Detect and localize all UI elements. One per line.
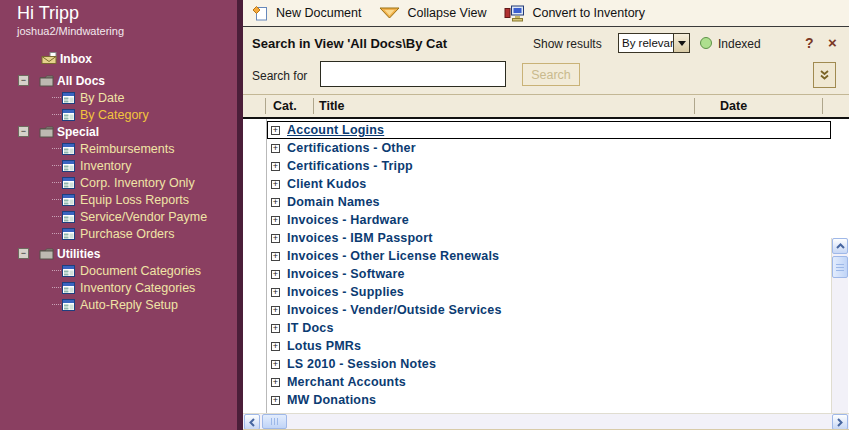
category-title: MW Donations: [287, 393, 376, 407]
expand-icon[interactable]: +: [271, 342, 280, 351]
expand-icon[interactable]: +: [271, 378, 280, 387]
scroll-left-button[interactable]: [244, 414, 260, 430]
toolbar-button-label: Convert to Inventory: [532, 6, 645, 20]
category-row[interactable]: + Merchant Accounts: [267, 373, 831, 391]
folder-icon: [39, 75, 55, 87]
new-document-icon: [252, 5, 269, 22]
expand-icon[interactable]: +: [271, 126, 280, 135]
expand-icon[interactable]: +: [271, 396, 280, 405]
category-row[interactable]: + Invoices - Supplies: [267, 283, 831, 301]
sidebar-item-by-date[interactable]: By Date: [0, 89, 237, 106]
sidebar-item-service-vendor-payments[interactable]: Service/Vendor Payme: [0, 208, 237, 225]
view-icon: [62, 282, 75, 294]
sidebar-item-all-docs[interactable]: − All Docs: [0, 72, 237, 89]
chevron-up-icon: [836, 243, 845, 249]
category-title: Certifications - Tripp: [287, 159, 413, 173]
view-icon: [62, 228, 75, 240]
category-row[interactable]: + IT Docs: [267, 319, 831, 337]
expand-icon[interactable]: +: [271, 144, 280, 153]
view-icon: [62, 299, 75, 311]
category-row[interactable]: + Account Logins: [267, 121, 831, 139]
expand-icon[interactable]: +: [271, 324, 280, 333]
close-search-button[interactable]: ×: [828, 34, 837, 51]
category-row[interactable]: + Certifications - Other: [267, 139, 831, 157]
sidebar-item-purchase-orders[interactable]: Purchase Orders: [0, 225, 237, 242]
sort-results-dropdown[interactable]: By relevance: [618, 33, 690, 53]
scroll-up-button[interactable]: [832, 238, 848, 254]
category-row[interactable]: + Invoices - Vender/Outside Services: [267, 301, 831, 319]
expand-icon[interactable]: +: [271, 234, 280, 243]
expand-icon[interactable]: +: [271, 288, 280, 297]
view-icon: [62, 177, 75, 189]
vertical-scroll-thumb[interactable]: [832, 256, 848, 278]
category-row[interactable]: + MW Donations: [267, 391, 831, 409]
category-row[interactable]: + Domain Names: [267, 193, 831, 211]
collapse-icon[interactable]: −: [18, 75, 29, 86]
category-title: Certifications - Other: [287, 141, 416, 155]
category-row[interactable]: + Invoices - Other License Renewals: [267, 247, 831, 265]
expand-icon[interactable]: +: [271, 216, 280, 225]
inbox-icon: [41, 52, 58, 65]
sidebar-item-utilities[interactable]: − Utilities: [0, 245, 237, 262]
folder-icon: [39, 248, 55, 260]
search-input[interactable]: [320, 61, 506, 87]
sort-results-value: By relevance: [619, 37, 673, 49]
sidebar-item-label: By Date: [80, 91, 124, 105]
server-name: joshua2/Mindwatering: [17, 25, 124, 37]
horizontal-scrollbar[interactable]: [243, 413, 849, 429]
category-row[interactable]: + Lotus PMRs: [267, 337, 831, 355]
column-header-date[interactable]: Date: [720, 99, 747, 113]
collapse-view-icon: [379, 7, 400, 19]
expand-icon[interactable]: +: [271, 180, 280, 189]
search-for-label: Search for: [252, 69, 307, 83]
sidebar-item-special[interactable]: − Special: [0, 123, 237, 140]
new-document-button[interactable]: New Document: [252, 5, 361, 22]
sidebar-item-label: Purchase Orders: [80, 227, 174, 241]
category-row[interactable]: + Certifications - Tripp: [267, 157, 831, 175]
app-window: Hi Tripp joshua2/Mindwatering Inbox − Al…: [0, 0, 849, 430]
category-row[interactable]: + Invoices - Hardware: [267, 211, 831, 229]
expand-icon[interactable]: +: [271, 306, 280, 315]
category-row[interactable]: + Invoices - IBM Passport: [267, 229, 831, 247]
sidebar-item-document-categories[interactable]: Document Categories: [0, 262, 237, 279]
sidebar-item-inventory[interactable]: Inventory: [0, 157, 237, 174]
sidebar-item-reimbursements[interactable]: Reimbursements: [0, 140, 237, 157]
expand-icon[interactable]: +: [271, 360, 280, 369]
sidebar-item-inventory-categories[interactable]: Inventory Categories: [0, 279, 237, 296]
dropdown-button[interactable]: [673, 34, 689, 52]
convert-to-inventory-button[interactable]: Convert to Inventory: [504, 5, 645, 22]
expand-icon[interactable]: +: [271, 252, 280, 261]
search-button[interactable]: Search: [522, 63, 580, 86]
collapse-icon[interactable]: −: [18, 248, 29, 259]
column-divider: [694, 98, 695, 114]
collapse-view-button[interactable]: Collapse View: [379, 6, 486, 20]
category-row[interactable]: + LS 2010 - Session Notes: [267, 355, 831, 373]
view-column-header: Cat. Title Date: [243, 95, 849, 119]
vertical-scrollbar[interactable]: [831, 238, 848, 430]
folder-icon: [39, 126, 55, 138]
toolbar-button-label: New Document: [276, 6, 361, 20]
horizontal-scroll-thumb[interactable]: [262, 414, 287, 429]
collapse-icon[interactable]: −: [18, 126, 29, 137]
expand-search-options-button[interactable]: [813, 62, 836, 88]
category-row[interactable]: + Invoices - Software: [267, 265, 831, 283]
sidebar-item-inbox[interactable]: Inbox: [0, 50, 237, 67]
sidebar-item-by-category[interactable]: By Category: [0, 106, 237, 123]
category-row[interactable]: + Client Kudos: [267, 175, 831, 193]
expand-icon[interactable]: +: [271, 198, 280, 207]
toolbar-button-label: Collapse View: [407, 6, 486, 20]
category-title: Invoices - Software: [287, 267, 405, 281]
sidebar: Hi Tripp joshua2/Mindwatering Inbox − Al…: [0, 0, 237, 430]
sidebar-item-corp-inventory-only[interactable]: Corp. Inventory Only: [0, 174, 237, 191]
column-header-cat[interactable]: Cat.: [273, 99, 297, 113]
expand-icon[interactable]: +: [271, 162, 280, 171]
help-button[interactable]: ?: [805, 35, 814, 51]
column-header-title[interactable]: Title: [319, 99, 344, 113]
scroll-right-button[interactable]: [832, 414, 848, 430]
expand-icon[interactable]: +: [271, 270, 280, 279]
sidebar-item-auto-reply-setup[interactable]: Auto-Reply Setup: [0, 296, 237, 313]
category-title: LS 2010 - Session Notes: [287, 357, 436, 371]
sidebar-item-equip-loss-reports[interactable]: Equip Loss Reports: [0, 191, 237, 208]
user-greeting: Hi Tripp: [17, 3, 79, 24]
column-divider: [313, 98, 314, 114]
